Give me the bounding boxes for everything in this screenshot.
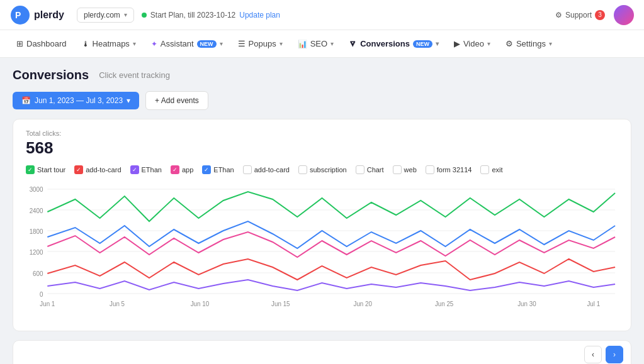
domain-selector[interactable]: plerdy.com ▾ bbox=[77, 8, 134, 23]
svg-text:Jun 15: Jun 15 bbox=[271, 301, 290, 307]
nav-label-video: Video bbox=[463, 39, 484, 48]
assistant-chevron: ▾ bbox=[220, 40, 223, 47]
total-clicks-label: Total clicks: bbox=[26, 130, 618, 137]
svg-text:0: 0 bbox=[40, 291, 43, 298]
nav-label-seo: SEO bbox=[310, 39, 327, 48]
sidebar-item-seo[interactable]: 📊 SEO ▾ bbox=[291, 35, 340, 52]
legend-box-form32114 bbox=[426, 165, 434, 174]
video-icon: ▶ bbox=[454, 39, 460, 48]
svg-text:Jun 20: Jun 20 bbox=[353, 301, 372, 307]
domain-value: plerdy.com bbox=[84, 11, 120, 19]
dashboard-icon: ⊞ bbox=[16, 39, 23, 48]
add-events-label: + Add events bbox=[155, 96, 199, 105]
seo-icon: 📊 bbox=[298, 40, 307, 48]
domain-chevron: ▾ bbox=[124, 11, 127, 18]
legend-label-subscription: subscription bbox=[310, 166, 347, 174]
legend-box-chart bbox=[356, 165, 364, 174]
date-range-chevron: ▾ bbox=[127, 96, 130, 105]
sidebar-item-dashboard[interactable]: ⊞ Dashboard bbox=[10, 35, 73, 52]
settings-icon: ⚙ bbox=[506, 39, 513, 48]
conversions-chevron: ▾ bbox=[436, 40, 439, 47]
legend-label-start-tour: Start tour bbox=[37, 166, 65, 174]
support-gear-icon: ⚙ bbox=[555, 11, 562, 19]
total-clicks-value: 568 bbox=[26, 138, 618, 158]
legend-item-add-to-card2[interactable]: add-to-card bbox=[243, 165, 290, 174]
svg-text:Jun 25: Jun 25 bbox=[435, 301, 454, 307]
legend-item-app[interactable]: ✓ app bbox=[171, 165, 193, 174]
table-pagination: ‹ › bbox=[13, 341, 631, 364]
legend-label-exit: exit bbox=[492, 166, 502, 174]
legend-label-ethan1: EThan bbox=[142, 166, 162, 174]
popups-chevron: ▾ bbox=[280, 40, 283, 47]
chart-card: Total clicks: 568 ✓ Start tour ✓ add-to-… bbox=[13, 119, 631, 331]
legend-item-start-tour[interactable]: ✓ Start tour bbox=[26, 165, 65, 174]
conversions-badge: NEW bbox=[413, 40, 432, 48]
svg-text:Jun 5: Jun 5 bbox=[110, 301, 125, 307]
sidebar-item-video[interactable]: ▶ Video ▾ bbox=[448, 35, 497, 52]
legend-box-web bbox=[393, 165, 402, 174]
update-plan-link[interactable]: Update plan bbox=[239, 11, 280, 19]
funnel-icon: ⛛ bbox=[349, 39, 357, 48]
legend-label-ethan2: EThan bbox=[213, 166, 234, 174]
next-page-button[interactable]: › bbox=[606, 346, 623, 363]
add-events-button[interactable]: + Add events bbox=[145, 91, 208, 110]
legend-item-ethan1[interactable]: ✓ EThan bbox=[130, 165, 162, 174]
settings-chevron: ▾ bbox=[549, 40, 552, 47]
legend-item-ethan2[interactable]: ✓ EThan bbox=[202, 165, 234, 174]
assistant-badge: NEW bbox=[197, 40, 217, 48]
page-title: Conversions bbox=[13, 68, 89, 82]
legend-item-web[interactable]: web bbox=[393, 165, 417, 174]
main-nav: ⊞ Dashboard 🌡 Heatmaps ▾ ✦ Assistant NEW… bbox=[0, 30, 644, 58]
page-header: Conversions Click event tracking bbox=[13, 68, 631, 82]
nav-label-heatmaps: Heatmaps bbox=[93, 39, 130, 48]
sidebar-item-conversions[interactable]: ⛛ Conversions NEW ▾ bbox=[342, 35, 445, 52]
plerdy-logo-icon: P bbox=[10, 5, 30, 25]
svg-text:600: 600 bbox=[33, 270, 43, 277]
nav-right: ⚙ Support 3 bbox=[555, 5, 634, 25]
svg-text:2400: 2400 bbox=[30, 207, 43, 214]
line-chart: 3000 2400 1800 1200 600 0 Jun 1 Jun 5 Ju… bbox=[26, 180, 618, 319]
sidebar-item-heatmaps[interactable]: 🌡 Heatmaps ▾ bbox=[76, 35, 142, 52]
table-card: ‹ › Page URL Report Traffic, % / □ / □ S… bbox=[13, 340, 631, 364]
popup-icon: ☰ bbox=[238, 39, 246, 48]
legend-label-add-to-card2: add-to-card bbox=[254, 166, 290, 174]
nav-label-dashboard: Dashboard bbox=[26, 39, 67, 48]
legend-item-chart[interactable]: Chart bbox=[356, 165, 384, 174]
plan-dot bbox=[142, 13, 147, 18]
plan-text: Start Plan, till 2023-10-12 bbox=[150, 11, 235, 19]
legend-label-add-to-card: add-to-card bbox=[86, 166, 121, 174]
sidebar-item-settings[interactable]: ⚙ Settings ▾ bbox=[499, 35, 558, 52]
legend-item-exit[interactable]: exit bbox=[480, 165, 502, 174]
legend-box-exit bbox=[480, 165, 489, 174]
legend-label-web: web bbox=[404, 166, 417, 174]
legend-label-form32114: form 32114 bbox=[437, 166, 472, 174]
ai-icon: ✦ bbox=[151, 40, 157, 48]
nav-label-settings: Settings bbox=[516, 39, 546, 48]
legend-item-form32114[interactable]: form 32114 bbox=[426, 165, 472, 174]
date-range-button[interactable]: 📅 Jun 1, 2023 — Jul 3, 2023 ▾ bbox=[13, 92, 139, 109]
logo-area: P plerdy bbox=[10, 5, 64, 25]
svg-text:1200: 1200 bbox=[30, 249, 43, 256]
legend-item-add-to-card[interactable]: ✓ add-to-card bbox=[74, 165, 121, 174]
sidebar-item-popups[interactable]: ☰ Popups ▾ bbox=[232, 35, 289, 52]
legend-check-ethan2: ✓ bbox=[202, 165, 211, 174]
support-button[interactable]: ⚙ Support 3 bbox=[555, 10, 605, 20]
legend-check-ethan1: ✓ bbox=[130, 165, 139, 174]
svg-text:Jun 10: Jun 10 bbox=[191, 301, 210, 307]
user-avatar[interactable] bbox=[614, 5, 634, 25]
page-content: Conversions Click event tracking 📅 Jun 1… bbox=[0, 58, 644, 364]
toolbar: 📅 Jun 1, 2023 — Jul 3, 2023 ▾ + Add even… bbox=[13, 91, 631, 110]
legend-label-chart: Chart bbox=[367, 166, 384, 174]
legend-label-app: app bbox=[182, 166, 193, 174]
prev-page-button[interactable]: ‹ bbox=[584, 346, 602, 363]
svg-text:Jul 1: Jul 1 bbox=[587, 301, 600, 307]
svg-text:3000: 3000 bbox=[30, 186, 43, 193]
legend-box-subscription bbox=[298, 165, 307, 174]
video-chevron: ▾ bbox=[487, 40, 490, 47]
legend-item-subscription[interactable]: subscription bbox=[298, 165, 347, 174]
nav-label-assistant: Assistant bbox=[161, 39, 194, 48]
sidebar-item-assistant[interactable]: ✦ Assistant NEW ▾ bbox=[145, 35, 229, 52]
nav-label-conversions: Conversions bbox=[360, 39, 410, 48]
plan-info: Start Plan, till 2023-10-12 Update plan bbox=[142, 11, 280, 19]
date-range-label: Jun 1, 2023 — Jul 3, 2023 bbox=[35, 96, 123, 105]
